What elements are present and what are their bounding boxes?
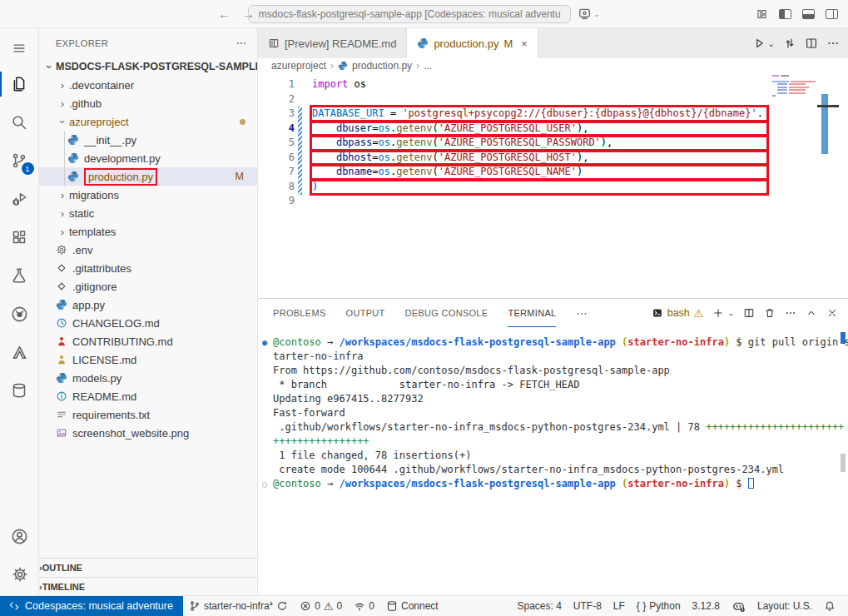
tab-terminal[interactable]: TERMINAL: [508, 299, 556, 327]
tab-production-py[interactable]: production.py M ×: [407, 28, 538, 58]
tree-item-gitattributes[interactable]: .gitattributes: [39, 259, 257, 277]
close-icon[interactable]: ×: [521, 37, 528, 50]
tree-item-static[interactable]: › static: [39, 204, 257, 222]
minimap[interactable]: [771, 73, 821, 298]
tree-item-screenshot[interactable]: screenshot_website.png: [39, 424, 257, 442]
python-file-icon: [338, 61, 348, 71]
tree-item-gitignore[interactable]: .gitignore: [39, 277, 257, 296]
tree-item-production-py[interactable]: production.py M: [39, 167, 257, 186]
chevron-down-icon: ›: [57, 115, 69, 128]
tree-item-env[interactable]: .env: [39, 241, 257, 259]
kill-terminal-icon[interactable]: [764, 307, 776, 319]
settings-button[interactable]: [0, 555, 39, 594]
tree-item-changelog[interactable]: CHANGELOG.md: [39, 314, 257, 332]
tab-output[interactable]: OUTPUT: [346, 299, 385, 327]
more-tabs-icon[interactable]: ⋯: [576, 307, 587, 320]
toggle-secondary-sidebar-icon[interactable]: [826, 9, 838, 19]
tree-item-azureproject[interactable]: › azureproject: [39, 112, 257, 131]
back-arrow-button[interactable]: ←: [218, 7, 231, 21]
tab-readme-preview[interactable]: [Preview] README.md: [258, 28, 407, 58]
tab-problems[interactable]: PROBLEMS: [273, 299, 326, 327]
sidebar-item-source-control[interactable]: 1: [0, 142, 39, 180]
remote-indicator[interactable]: Codespaces: musical adventure: [0, 596, 183, 616]
sidebar-item-database[interactable]: [0, 371, 39, 410]
chevron-down-icon[interactable]: ⌄: [727, 309, 734, 317]
minimap-line: [772, 89, 821, 91]
encoding-status-item[interactable]: UTF-8: [568, 600, 607, 612]
timeline-section[interactable]: › TIMELINE: [39, 577, 257, 595]
copilot-status-item[interactable]: [726, 599, 751, 614]
tree-item-templates[interactable]: › templates: [39, 222, 257, 241]
python-version-item[interactable]: 3.12.8: [687, 600, 726, 612]
tree-item-app-py[interactable]: app.py: [39, 296, 257, 314]
outline-section[interactable]: › OUTLINE: [39, 558, 257, 576]
code-editor[interactable]: 1 2 3 4 5 6 7 8 9 import os DATABASE_URI…: [258, 73, 848, 298]
indentation-status-item[interactable]: Spaces: 4: [511, 600, 567, 612]
codespace-menu-button[interactable]: ⌄: [578, 7, 600, 21]
tree-item-license[interactable]: LICENSE.md: [39, 350, 257, 369]
python-version-label: 3.12.8: [692, 600, 720, 612]
terminal-scrollbar-thumb[interactable]: [841, 454, 846, 472]
open-changes-icon[interactable]: [783, 37, 796, 50]
sidebar-item-extensions[interactable]: [0, 218, 39, 256]
tree-root-label: MSDOCS-FLASK-POSTGRESQL-SAMPLE-...: [56, 61, 258, 72]
more-actions-icon[interactable]: [236, 37, 247, 49]
python-file-icon: [56, 299, 67, 310]
more-actions-icon[interactable]: [785, 307, 796, 319]
breadcrumb-file[interactable]: production.py: [352, 60, 412, 72]
ports-status-item[interactable]: 0: [348, 600, 380, 612]
breadcrumb-symbol[interactable]: ...: [424, 60, 432, 72]
maximize-panel-icon[interactable]: [806, 307, 817, 319]
customize-layout-icon[interactable]: [756, 8, 768, 20]
toggle-sidebar-icon[interactable]: [779, 9, 791, 19]
tree-item-label: .github: [69, 97, 102, 110]
tree-item-readme[interactable]: README.md: [39, 387, 257, 405]
forward-arrow-button[interactable]: →: [242, 7, 255, 21]
breadcrumb-folder[interactable]: azureproject: [271, 60, 326, 72]
eol-status-item[interactable]: LF: [607, 600, 631, 612]
close-panel-icon[interactable]: [826, 307, 838, 319]
account-button[interactable]: [0, 517, 39, 555]
sidebar-item-github[interactable]: [0, 295, 39, 333]
menu-button[interactable]: [0, 32, 39, 65]
toggle-panel-icon[interactable]: [802, 9, 815, 19]
code-line: dbhost=os.getenv('AZURE_POSTGRESQL_HOST'…: [312, 151, 588, 166]
run-python-icon[interactable]: [752, 37, 766, 50]
new-terminal-icon[interactable]: [712, 307, 724, 319]
problems-status-item[interactable]: 0 ⚠ 0: [294, 600, 348, 613]
tree-item-devcontainer[interactable]: › .devcontainer: [39, 76, 257, 94]
tab-debug-console[interactable]: DEBUG CONSOLE: [405, 299, 488, 327]
keyboard-layout-item[interactable]: Layout: U.S.: [751, 600, 818, 612]
tree-item-github-folder[interactable]: › .github: [39, 94, 257, 112]
connect-status-item[interactable]: Connect: [380, 600, 444, 612]
command-center-search[interactable]: msdocs-flask-postgresql-sample-app [Code…: [248, 5, 571, 23]
tree-root[interactable]: › MSDOCS-FLASK-POSTGRESQL-SAMPLE-...: [39, 57, 257, 76]
chevron-right-icon: ›: [56, 79, 69, 92]
more-actions-icon[interactable]: [826, 37, 840, 50]
scrollbar-modified-marker[interactable]: [821, 94, 828, 154]
tree-item-label: migrations: [69, 189, 119, 201]
tree-item-development-py[interactable]: development.py: [39, 149, 257, 167]
sidebar-item-azure[interactable]: [0, 333, 39, 371]
code-line: dbname=os.getenv('AZURE_POSTGRESQL_NAME'…: [312, 165, 583, 180]
branch-status-item[interactable]: starter-no-infra*: [183, 600, 294, 612]
terminal-output[interactable]: ●@contoso → /workspaces/msdocs-flask-pos…: [258, 327, 848, 595]
azureproject-children: __init__.py development.py production.py…: [39, 131, 257, 186]
tree-item-migrations[interactable]: › migrations: [39, 186, 257, 204]
sidebar-item-explorer[interactable]: [0, 65, 39, 103]
run-dropdown-chevron-icon[interactable]: ⌄: [768, 39, 775, 48]
sidebar-item-testing[interactable]: [0, 256, 39, 295]
tree-item-models-py[interactable]: models.py: [39, 369, 257, 387]
split-editor-icon[interactable]: [805, 37, 818, 50]
python-file-icon: [56, 372, 67, 384]
sidebar-item-search[interactable]: [0, 103, 39, 142]
tree-item-init-py[interactable]: __init__.py: [39, 131, 257, 149]
code-line: dbuser=os.getenv('AZURE_POSTGRESQL_USER'…: [312, 122, 588, 137]
language-status-item[interactable]: { } Python: [631, 600, 687, 612]
terminal-shell-item[interactable]: bash ⚠: [652, 307, 704, 320]
notifications-item[interactable]: [818, 600, 841, 612]
sidebar-item-run-debug[interactable]: [0, 180, 39, 218]
split-terminal-icon[interactable]: [743, 307, 755, 319]
tree-item-requirements[interactable]: requirements.txt: [39, 405, 257, 424]
tree-item-contributing[interactable]: CONTRIBUTING.md: [39, 332, 257, 350]
